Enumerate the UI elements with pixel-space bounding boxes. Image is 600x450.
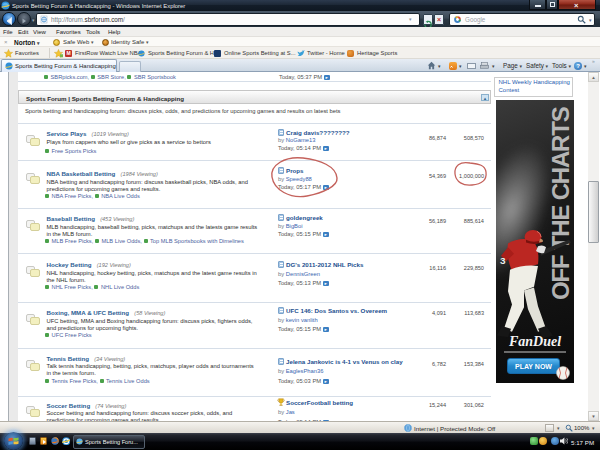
svg-text:3: 3 — [500, 255, 506, 266]
